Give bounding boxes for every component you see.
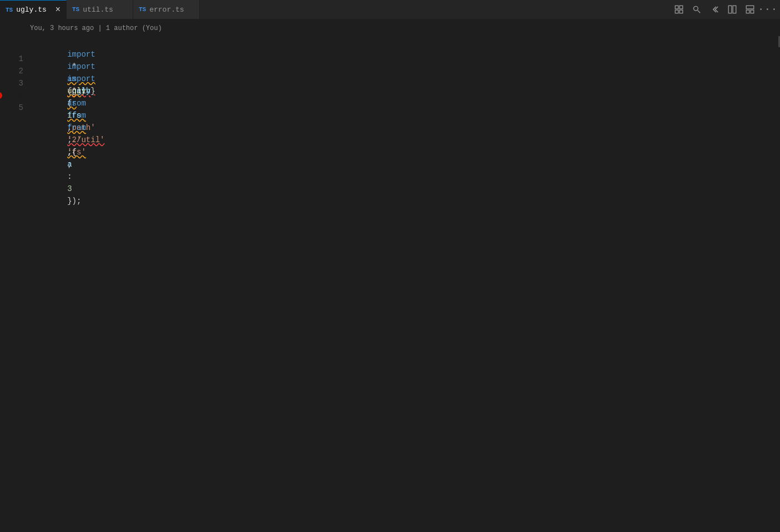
line-number-5: 5 — [0, 102, 23, 114]
svg-rect-1 — [680, 6, 683, 9]
back-arrow-button[interactable] — [707, 2, 722, 17]
tab-bar: TS ugly.ts × TS util.ts TS error.ts — [0, 0, 780, 19]
svg-rect-9 — [746, 10, 749, 13]
search-icon-button[interactable] — [689, 2, 704, 17]
grid-icon-button[interactable] — [671, 2, 687, 17]
code-line-5 — [28, 85, 772, 97]
line-number-4: 4 — [0, 89, 23, 102]
code-content[interactable]: You, 3 hours ago | 1 author (You) import… — [28, 19, 772, 532]
code-lines: import * as path from 'path' ; import {u… — [28, 36, 772, 532]
code-line-2: import {ugly} from './util' ; — [28, 48, 772, 61]
line-numbers: 1 2 3 4 5 — [0, 19, 28, 532]
svg-point-4 — [693, 6, 698, 11]
line-number-1: 1 — [0, 53, 23, 65]
ts-badge-ugly: TS — [6, 7, 13, 13]
svg-rect-7 — [733, 6, 736, 13]
tab-name-error: error.ts — [149, 6, 194, 14]
code-line-3: import * as fs from 'fs' ; — [28, 61, 772, 73]
ts-badge-error: TS — [139, 6, 146, 13]
line-number-2: 2 — [0, 65, 23, 77]
line-number-3: 3 — [0, 77, 23, 89]
breakpoint-indicator — [0, 92, 2, 99]
code-line-1: import * as path from 'path' ; — [28, 36, 772, 48]
svg-rect-3 — [680, 10, 683, 13]
svg-rect-10 — [751, 10, 754, 13]
layout-icon-button[interactable] — [742, 2, 758, 17]
code-line-4: ugly ( 1 , '2' ,{ a : 3 }); — [28, 73, 772, 85]
editor-area: 1 2 3 4 5 You, 3 hours ago | 1 author (Y… — [0, 19, 780, 532]
svg-rect-8 — [746, 6, 754, 9]
ts-badge-util: TS — [72, 6, 79, 13]
hover-info-text: You, 3 hours ago | 1 author (You) — [30, 24, 162, 32]
tab-error[interactable]: TS error.ts — [133, 0, 200, 19]
tab-ugly[interactable]: TS ugly.ts × — [0, 0, 67, 19]
tab-name-ugly: ugly.ts — [16, 6, 52, 14]
svg-rect-6 — [728, 6, 732, 13]
svg-line-5 — [698, 11, 701, 13]
tab-actions: ··· — [671, 2, 780, 17]
svg-rect-0 — [675, 6, 678, 9]
close-tab-ugly[interactable]: × — [55, 6, 61, 14]
tab-util[interactable]: TS util.ts — [67, 0, 133, 19]
split-editor-button[interactable] — [724, 2, 740, 17]
tab-name-util: util.ts — [83, 6, 127, 14]
more-button[interactable]: ··· — [760, 2, 776, 17]
svg-rect-2 — [675, 10, 678, 13]
scrollbar-area[interactable] — [772, 19, 780, 532]
hover-info: You, 3 hours ago | 1 author (You) — [28, 22, 772, 34]
more-icon: ··· — [758, 4, 777, 15]
tabs-container: TS ugly.ts × TS util.ts TS error.ts — [0, 0, 200, 19]
